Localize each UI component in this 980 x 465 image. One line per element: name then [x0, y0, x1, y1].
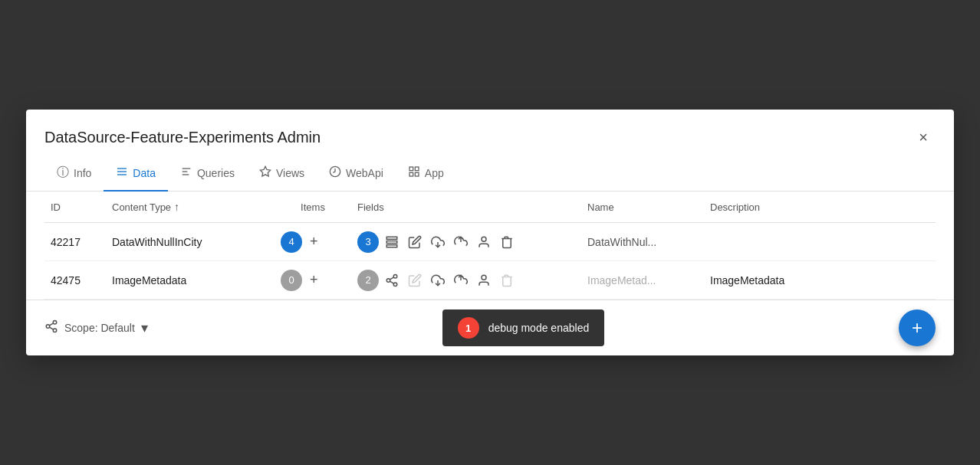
data-table-container: ID Content Type ↑ Items Fields — [26, 192, 954, 300]
debug-message: debug mode enabled — [488, 322, 590, 334]
queries-icon — [180, 165, 192, 181]
close-button[interactable]: × — [911, 125, 936, 149]
row2-description: ImageMetadata — [704, 261, 936, 300]
row2-content-type: ImageMetadata — [106, 261, 275, 300]
admin-dialog: DataSource-Feature-Experiments Admin × ⓘ… — [26, 110, 954, 355]
row2-add-item-button[interactable]: + — [307, 269, 321, 291]
row1-fields-badge[interactable]: 3 — [357, 231, 379, 253]
col-header-fields[interactable]: Fields — [351, 192, 581, 223]
row2-edit-button — [405, 270, 425, 290]
table-content: ID Content Type ↑ Items Fields — [26, 192, 954, 300]
data-icon — [116, 165, 128, 181]
tab-webapi[interactable]: WebApi — [317, 156, 396, 192]
row1-items-badge[interactable]: 4 — [281, 231, 302, 253]
svg-rect-11 — [415, 172, 419, 176]
tab-info[interactable]: ⓘ Info — [44, 156, 104, 192]
row2-fields: 2 — [351, 261, 581, 300]
row1-items: 4 + — [275, 223, 351, 261]
dialog-title: DataSource-Feature-Experiments Admin — [44, 129, 321, 146]
svg-line-22 — [390, 277, 393, 279]
info-icon: ⓘ — [57, 165, 69, 181]
svg-point-27 — [46, 324, 50, 328]
svg-point-28 — [53, 329, 57, 332]
sort-arrow-icon: ↑ — [174, 201, 179, 213]
svg-rect-12 — [386, 237, 397, 239]
row1-id: 42217 — [44, 223, 106, 261]
col-header-id[interactable]: ID — [44, 192, 106, 223]
svg-point-20 — [393, 283, 397, 287]
svg-point-26 — [53, 320, 57, 324]
row1-fields-list-button[interactable] — [382, 232, 402, 252]
row1-name: DataWithNul... — [581, 223, 704, 261]
row1-add-item-button[interactable]: + — [307, 231, 321, 253]
row2-delete-button — [497, 270, 517, 290]
svg-point-19 — [386, 278, 390, 282]
col-header-description[interactable]: Description — [704, 192, 936, 223]
row2-items-badge[interactable]: 0 — [281, 270, 302, 291]
scope-selector[interactable]: Scope: Default ▾ — [44, 319, 148, 337]
row1-delete-button[interactable] — [497, 232, 517, 252]
svg-rect-14 — [386, 244, 397, 247]
svg-point-17 — [482, 237, 486, 241]
svg-line-30 — [49, 323, 53, 325]
svg-line-21 — [390, 281, 393, 283]
row1-edit-button[interactable] — [405, 232, 425, 252]
row2-import-button[interactable] — [451, 270, 471, 290]
svg-rect-9 — [415, 167, 419, 171]
tab-queries[interactable]: Queries — [168, 156, 247, 192]
scope-dropdown-icon: ▾ — [141, 319, 148, 336]
row1-import-button[interactable] — [451, 232, 471, 252]
svg-rect-13 — [386, 241, 397, 243]
svg-line-29 — [49, 327, 53, 329]
row1-fields: 3 — [351, 223, 581, 261]
svg-point-18 — [393, 274, 397, 278]
row2-items: 0 + — [275, 261, 351, 300]
table-row: 42217 DataWithNullInCity 4 + 3 — [44, 223, 936, 261]
row1-permissions-button[interactable] — [474, 232, 494, 252]
svg-rect-10 — [409, 172, 413, 176]
data-table: ID Content Type ↑ Items Fields — [44, 192, 936, 300]
row2-export-button[interactable] — [428, 270, 448, 290]
row1-content-type: DataWithNullInCity — [106, 223, 275, 261]
col-header-content-type[interactable]: Content Type ↑ — [106, 192, 275, 223]
svg-point-25 — [482, 275, 486, 280]
scope-icon — [44, 319, 58, 337]
col-header-name[interactable]: Name — [581, 192, 704, 223]
svg-marker-6 — [260, 166, 270, 176]
svg-rect-8 — [409, 167, 413, 171]
dialog-header: DataSource-Feature-Experiments Admin × — [26, 110, 954, 149]
row1-description — [704, 223, 936, 261]
row2-fields-badge[interactable]: 2 — [357, 270, 379, 291]
add-fab-button[interactable]: + — [899, 309, 936, 346]
views-icon — [259, 165, 271, 181]
row2-share-button[interactable] — [382, 270, 402, 290]
tab-data[interactable]: Data — [104, 156, 168, 192]
debug-toast: 1 debug mode enabled — [442, 309, 605, 346]
row2-id: 42475 — [44, 261, 106, 300]
row2-name: ImageMetad... — [581, 261, 704, 300]
col-header-items[interactable]: Items — [275, 192, 351, 223]
app-icon — [408, 165, 420, 181]
row2-permissions-button[interactable] — [474, 270, 494, 290]
table-row: 42475 ImageMetadata 0 + 2 — [44, 261, 936, 300]
debug-badge: 1 — [458, 317, 479, 339]
webapi-icon — [329, 165, 341, 181]
scope-label: Scope: Default — [64, 322, 135, 334]
tab-views[interactable]: Views — [247, 156, 317, 192]
row1-export-button[interactable] — [428, 232, 448, 252]
tab-bar: ⓘ Info Data Queries — [26, 156, 954, 192]
tab-app[interactable]: App — [396, 156, 456, 192]
dialog-footer: Scope: Default ▾ 1 debug mode enabled + — [26, 300, 954, 355]
